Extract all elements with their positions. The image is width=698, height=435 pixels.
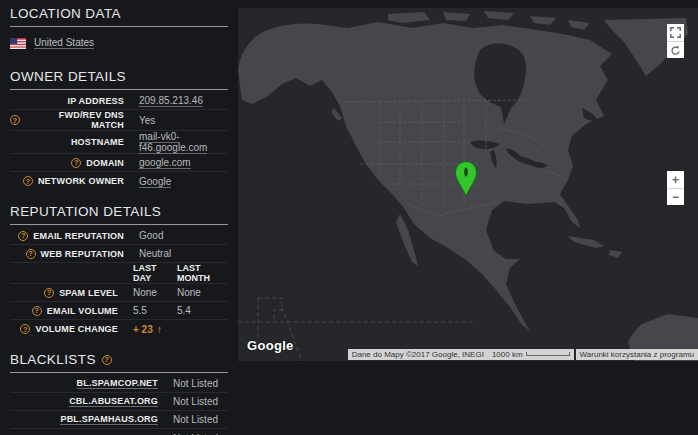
help-icon[interactable]: ? [102, 355, 112, 365]
section-reputation-details: REPUTATION DETAILS ? EMAIL REPUTATION Go… [10, 204, 228, 338]
map-scale: 1000 km [492, 350, 570, 359]
row-blacklist: PBL.SPAMHAUS.ORG Not Listed [10, 411, 228, 429]
help-icon[interactable]: ? [10, 115, 20, 125]
domain-value[interactable]: google.com [139, 157, 191, 169]
help-icon[interactable]: ? [26, 249, 36, 259]
up-arrow-icon: ↑ [157, 323, 163, 335]
map-view-controls [667, 24, 684, 58]
owner-details-title: OWNER DETAILS [10, 69, 228, 90]
help-icon[interactable]: ? [18, 231, 28, 241]
scale-label: 1000 km [492, 350, 523, 359]
fullscreen-button[interactable] [667, 24, 684, 41]
terms-link[interactable]: Warunki korzystania z programu [576, 349, 698, 360]
reset-rotation-icon [670, 45, 681, 56]
row-volume-change: ? VOLUME CHANGE + 23↑ [10, 320, 228, 338]
blacklist-link[interactable]: BL.SPAMCOP.NET [77, 378, 158, 389]
help-icon[interactable]: ? [32, 306, 42, 316]
section-blacklists: BLACKLISTS ? BL.SPAMCOP.NET Not Listed C… [10, 352, 228, 435]
help-icon[interactable]: ? [20, 324, 30, 334]
spam-level-day: None [133, 287, 177, 298]
attribution-text-box: Dane do Mapy ©2017 Google, INEGI 1000 km [348, 349, 574, 360]
ip-address-label: IP ADDRESS [10, 96, 124, 106]
ip-address-value[interactable]: 209.85.213.46 [139, 95, 203, 107]
reset-view-button[interactable] [667, 41, 684, 58]
dns-match-value: Yes [139, 115, 155, 126]
google-logo[interactable]: Google [247, 338, 294, 353]
volume-change-label: ? VOLUME CHANGE [10, 324, 118, 334]
row-spam-level: ? SPAM LEVEL None None [10, 284, 228, 302]
section-location-data: LOCATION DATA United States [10, 6, 228, 55]
email-volume-month: 5.4 [177, 305, 235, 316]
network-owner-value[interactable]: Google [139, 176, 171, 188]
email-volume-label: ? EMAIL VOLUME [10, 306, 118, 316]
row-domain: ? DOMAIN google.com [10, 154, 228, 172]
blacklist-status: Not Listed [173, 414, 218, 425]
row-dns-match: ? FWD/REV DNS MATCH Yes [10, 110, 228, 131]
fullscreen-icon [670, 27, 681, 38]
blacklist-status: Not Listed [173, 396, 218, 407]
us-flag-icon [10, 38, 26, 49]
hostname-label: HOSTNAME [10, 137, 124, 147]
email-reputation-value: Good [139, 230, 163, 241]
help-icon[interactable]: ? [71, 158, 81, 168]
blacklists-title: BLACKLISTS ? [10, 352, 228, 373]
row-blacklist: CBL.ABUSEAT.ORG Not Listed [10, 393, 228, 411]
domain-label: ? DOMAIN [10, 158, 124, 168]
country-link[interactable]: United States [34, 37, 94, 49]
map-zoom-controls: + − [667, 171, 684, 205]
row-web-reputation: ? WEB REPUTATION Neutral [10, 245, 228, 263]
email-reputation-label: ? EMAIL REPUTATION [10, 231, 124, 241]
zoom-in-button[interactable]: + [667, 171, 684, 188]
row-blacklist: SBL.SPAMHAUS.ORG Not Listed [10, 429, 228, 435]
blacklist-link[interactable]: PBL.SPAMHAUS.ORG [60, 414, 158, 425]
help-icon[interactable]: ? [44, 288, 54, 298]
row-network-owner: ? NETWORK OWNER Google [10, 172, 228, 190]
country-row: United States [10, 31, 228, 55]
spam-level-month: None [177, 287, 235, 298]
section-owner-details: OWNER DETAILS IP ADDRESS 209.85.213.46 ?… [10, 69, 228, 190]
col-last-day: LAST DAY [133, 263, 177, 283]
reputation-table-header: LAST DAY LAST MONTH [10, 263, 228, 284]
email-volume-day: 5.5 [133, 305, 177, 316]
scale-bar [526, 352, 570, 356]
row-email-reputation: ? EMAIL REPUTATION Good [10, 227, 228, 245]
spam-level-label: ? SPAM LEVEL [10, 288, 118, 298]
hostname-value[interactable]: mail-vk0-f46.google.com [139, 131, 207, 154]
location-data-title: LOCATION DATA [10, 6, 228, 27]
row-blacklist: BL.SPAMCOP.NET Not Listed [10, 375, 228, 393]
col-last-month: LAST MONTH [177, 263, 235, 283]
blacklist-status: Not Listed [173, 378, 218, 389]
help-icon[interactable]: ? [23, 176, 33, 186]
network-owner-label: ? NETWORK OWNER [10, 176, 124, 186]
attribution-text: Dane do Mapy ©2017 Google, INEGI [352, 350, 484, 359]
map-container[interactable]: + − Google Dane do Mapy ©2017 Google, IN… [238, 8, 698, 361]
dns-match-label: ? FWD/REV DNS MATCH [10, 110, 124, 130]
volume-change-value: + 23↑ [133, 323, 177, 335]
row-email-volume: ? EMAIL VOLUME 5.5 5.4 [10, 302, 228, 320]
zoom-out-button[interactable]: − [667, 188, 684, 205]
blacklist-link[interactable]: CBL.ABUSEAT.ORG [69, 396, 158, 407]
web-reputation-label: ? WEB REPUTATION [10, 249, 124, 259]
details-panel: LOCATION DATA United States OWNER DETAIL… [0, 0, 238, 435]
row-hostname: HOSTNAME mail-vk0-f46.google.com [10, 131, 228, 154]
map-canvas [238, 8, 698, 361]
web-reputation-value: Neutral [139, 248, 171, 259]
row-ip-address: IP ADDRESS 209.85.213.46 [10, 92, 228, 110]
reputation-details-title: REPUTATION DETAILS [10, 204, 228, 225]
map-attribution: Dane do Mapy ©2017 Google, INEGI 1000 km… [348, 349, 698, 360]
